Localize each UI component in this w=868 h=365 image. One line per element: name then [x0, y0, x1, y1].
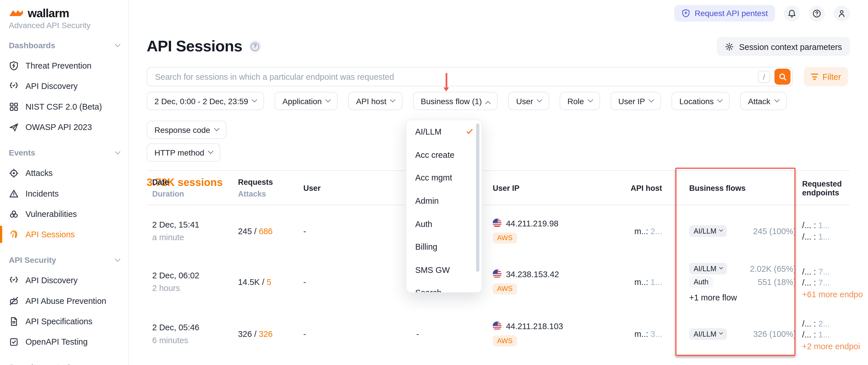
filter-chip-api-host[interactable]: API host [348, 92, 402, 110]
filter-chip-user[interactable]: User [508, 92, 549, 110]
title-help-icon[interactable]: ? [249, 40, 261, 53]
endpoint-link[interactable]: /... : 2... [802, 319, 849, 328]
chevron-down-icon [326, 97, 331, 102]
filter-chip-locations[interactable]: Locations [672, 92, 730, 110]
sidebar: wallarm Advanced API Security Dashboards… [0, 0, 129, 365]
endpoint-link[interactable]: /... : 7... [802, 267, 849, 276]
request-api-pentest-button[interactable]: Request API pentest [674, 5, 775, 22]
sidebar-item-incidents[interactable]: Incidents [0, 183, 128, 203]
user-cell: - [303, 277, 416, 286]
dropdown-option-acc-mgmt[interactable]: Acc mgmt [406, 166, 482, 189]
col-requests: Requests [238, 178, 303, 187]
sidebar-item-api-abuse-prevention[interactable]: API Abuse Prevention [0, 290, 128, 311]
api-host-cell[interactable]: m..: 1... [629, 277, 662, 286]
sidebar-item-threat-prevention[interactable]: Threat Prevention [0, 55, 128, 76]
sidebar-section-security-controls[interactable]: Security controls [0, 357, 128, 365]
filter-chip-response-code[interactable]: Response code [147, 121, 226, 139]
sidebar-item-api-discovery[interactable]: API Discovery [0, 76, 128, 96]
session-duration: 2 hours [152, 283, 238, 293]
search-button[interactable] [774, 69, 790, 85]
us-flag-icon [493, 219, 501, 228]
check-icon [466, 127, 474, 136]
col-attacks: Attacks [238, 189, 303, 198]
col-api-host: API host [629, 184, 662, 192]
endpoint-link[interactable]: /... : 1... [802, 220, 849, 230]
wallarm-logo-icon [9, 8, 24, 19]
help-button[interactable] [809, 5, 825, 21]
session-context-parameters-button[interactable]: Session context parameters [717, 37, 850, 56]
brand-subtitle: Advanced API Security [0, 21, 128, 30]
more-endpoints-link[interactable]: +61 more endpo [802, 290, 849, 299]
requests-count: 245 / [238, 226, 256, 236]
dropdown-option-sms-gw[interactable]: SMS GW [406, 258, 482, 281]
brand-logo[interactable]: wallarm [0, 7, 128, 20]
aws-badge: AWS [493, 283, 517, 294]
attacks-count: 686 [259, 226, 273, 236]
sidebar-item-api-discovery-2[interactable]: API Discovery [0, 270, 128, 290]
chevron-up-icon [485, 101, 491, 106]
aws-badge: AWS [493, 335, 517, 346]
col-duration: Duration [152, 189, 238, 198]
filter-chips-row: 2 Dec, 0:00 - 2 Dec, 23:59 Application A… [147, 92, 849, 139]
annotation-highlight-business-flows [675, 168, 795, 356]
user-menu-button[interactable] [834, 5, 849, 21]
annotation-arrow [445, 73, 447, 88]
api-host-cell[interactable]: m..: 2... [629, 226, 662, 236]
dropdown-option-auth[interactable]: Auth [406, 212, 482, 235]
bell-icon [787, 9, 797, 18]
dropdown-option-clipped[interactable]: Search [406, 281, 482, 293]
checkbox-icon [9, 337, 19, 347]
user-ip[interactable]: 34.238.153.42 [506, 269, 559, 278]
dropdown-option-ai-llm[interactable]: AI/LLM [406, 120, 482, 143]
dropdown-scrollbar[interactable] [476, 123, 479, 272]
sidebar-item-api-specifications[interactable]: API Specifications [0, 311, 128, 331]
filter-chip-date-range[interactable]: 2 Dec, 0:00 - 2 Dec, 23:59 [147, 92, 264, 110]
gear-icon [725, 42, 734, 52]
app-window: wallarm Advanced API Security Dashboards… [0, 0, 868, 365]
endpoint-link[interactable]: /... : 1... [802, 330, 849, 339]
chevron-down-icon [390, 97, 396, 102]
requests-count: 14.5K / [238, 277, 265, 286]
sidebar-item-api-sessions[interactable]: API Sessions [0, 224, 128, 244]
filter-chip-role[interactable]: Role [560, 92, 600, 110]
session-date: 2 Dec, 06:02 [152, 271, 238, 280]
sidebar-item-attacks[interactable]: Attacks [0, 163, 128, 183]
filter-button[interactable]: Filter [804, 67, 848, 86]
filter-chip-business-flow[interactable]: Business flow (1) [413, 92, 498, 110]
sidebar-section-dashboards[interactable]: Dashboards [0, 35, 128, 55]
paper-plane-icon [9, 122, 19, 132]
col-requested-endpoints: Requested endpoints [802, 179, 849, 197]
filter-chip-user-ip[interactable]: User IP [611, 92, 661, 110]
sidebar-section-events[interactable]: Events [0, 142, 128, 163]
search-icon [778, 72, 787, 81]
filter-chip-application[interactable]: Application [275, 92, 338, 110]
business-flow-dropdown: AI/LLM Acc create Acc mgmt Admin Auth Bi… [406, 120, 482, 293]
user-ip[interactable]: 44.211.218.103 [506, 321, 563, 331]
sidebar-item-openapi-testing[interactable]: OpenAPI Testing [0, 331, 128, 352]
filter-chip-attack[interactable]: Attack [740, 92, 786, 110]
aws-badge: AWS [493, 232, 517, 243]
sidebar-item-vulnerabilities[interactable]: Vulnerabilities [0, 204, 128, 224]
page-title: API Sessions [147, 38, 242, 55]
search-input[interactable] [155, 72, 753, 81]
filter-chips-row-2: HTTP method [147, 143, 849, 162]
notifications-button[interactable] [784, 5, 800, 21]
dropdown-option-admin[interactable]: Admin [406, 189, 482, 212]
chevron-down-icon [774, 97, 779, 102]
filter-chip-http-method[interactable]: HTTP method [147, 143, 220, 162]
question-circle-icon [812, 9, 822, 18]
endpoint-link[interactable]: /... : 7... [802, 278, 849, 287]
more-endpoints-link[interactable]: +2 more endpoi [802, 341, 849, 351]
sidebar-item-nist-csf[interactable]: NIST CSF 2.0 (Beta) [0, 96, 128, 117]
sidebar-item-owasp-api[interactable]: OWASP API 2023 [0, 117, 128, 137]
chevron-down-icon [252, 97, 257, 102]
topbar: Request API pentest [129, 0, 868, 27]
user-ip[interactable]: 44.211.219.98 [506, 219, 559, 228]
dropdown-option-billing[interactable]: Billing [406, 235, 482, 258]
endpoint-link[interactable]: /... : 1... [802, 232, 849, 241]
dropdown-option-acc-create[interactable]: Acc create [406, 143, 482, 166]
target-icon [9, 168, 19, 178]
sidebar-section-api-security[interactable]: API Security [0, 250, 128, 270]
api-host-cell[interactable]: m..: 3... [629, 329, 662, 339]
us-flag-icon [493, 321, 501, 330]
